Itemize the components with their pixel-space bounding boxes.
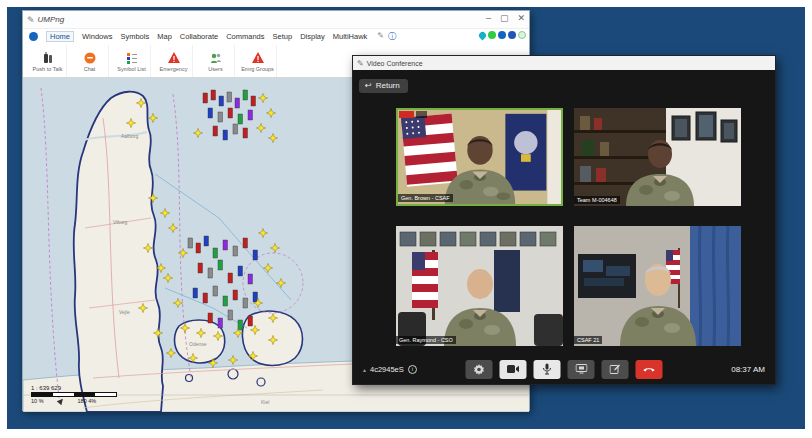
conference-clock: 08:37 AM (731, 365, 765, 374)
scale-left-label: 10 % (31, 398, 44, 404)
button-label: Emrg Groups (241, 66, 274, 72)
settings-button[interactable] (466, 360, 493, 379)
connection-status-indicators (479, 31, 526, 39)
emrg-groups-button[interactable]: Emrg Groups (239, 45, 277, 77)
chat-button[interactable]: Chat (71, 45, 109, 77)
conference-id: 4c2945eS (370, 365, 404, 374)
camera-icon (507, 364, 520, 374)
audio-indicator-icon: ▴ (363, 366, 366, 373)
air-force-flag (505, 114, 546, 191)
map-window-titlebar: ✎ UMPng (23, 11, 529, 29)
chat-icon (83, 50, 97, 65)
participant-name: Gen. Brown - CSAF (398, 194, 453, 202)
map-window-controls: – ▢ ✕ (486, 13, 525, 23)
conference-control-bar: ▴ 4c2945eS i (353, 354, 775, 384)
city-label: Aalborg (121, 133, 138, 139)
hang-up-button[interactable] (636, 360, 663, 379)
participant-name: CSAF 21 (574, 336, 602, 344)
video-tile-4[interactable]: CSAF 21 (574, 226, 741, 346)
pencil-icon: ✎ (27, 15, 35, 25)
menu-display[interactable]: Display (300, 32, 325, 41)
video-conference-window: ✎ Video Conference ↩ Return (352, 55, 776, 385)
button-label: Emergency (160, 66, 188, 72)
video-window-body: ↩ Return (353, 70, 775, 384)
participant-name: Team M-004648 (574, 196, 620, 204)
chat-notes-button[interactable] (602, 360, 629, 379)
video-window-titlebar: ✎ Video Conference (353, 56, 775, 70)
close-button[interactable]: ✕ (517, 13, 525, 23)
button-label: Chat (84, 66, 96, 72)
status-dot-blue (498, 31, 506, 39)
users-icon (209, 50, 223, 65)
menu-symbols[interactable]: Symbols (120, 32, 149, 41)
map-window-title: UMPng (38, 15, 65, 24)
participant-video (574, 108, 741, 206)
edit-pencil-icon[interactable]: ✎ (377, 31, 384, 42)
microphone-icon (543, 363, 552, 375)
maximize-button[interactable]: ▢ (500, 13, 509, 23)
menu-multihawk[interactable]: MultiHawk (333, 32, 368, 41)
display-screen (578, 254, 636, 298)
status-dot-blue2 (508, 31, 516, 39)
button-label: Push to Talk (33, 66, 63, 72)
list-icon (125, 50, 139, 65)
button-label: Symbol List (117, 66, 145, 72)
menu-commands[interactable]: Commands (226, 32, 264, 41)
city-label: Odense (189, 341, 207, 347)
city-label: Vejle (119, 309, 130, 315)
users-button[interactable]: Users (197, 45, 235, 77)
live-badge (399, 111, 414, 118)
menu-collaborate[interactable]: Collaborate (180, 32, 218, 41)
screenshot-frame: ✎ UMPng – ▢ ✕ Home Windows Symbols Map C… (0, 0, 812, 438)
scale-ratio: 1 : 639 629 (31, 385, 117, 391)
button-label: Users (208, 66, 222, 72)
screen-share-icon (575, 364, 587, 374)
menu-bar: Home Windows Symbols Map Collaborate Com… (23, 29, 529, 44)
warning-icon (251, 50, 265, 65)
screen-share-button[interactable] (568, 360, 595, 379)
chair (534, 314, 563, 346)
return-button[interactable]: ↩ Return (359, 79, 408, 93)
status-dot-pale (518, 31, 526, 39)
map-scale: 1 : 639 629 10 % 180 4% (31, 385, 117, 404)
video-tile-2[interactable]: Team M-004648 (574, 108, 741, 206)
north-arrow-icon (56, 397, 64, 405)
city-label: Viborg (113, 219, 128, 225)
microphone-button[interactable] (534, 360, 561, 379)
participant-video (398, 110, 561, 204)
return-arrow-icon: ↩ (365, 81, 372, 90)
video-window-title: Video Conference (367, 60, 423, 67)
info-icon[interactable]: i (408, 365, 417, 374)
menu-map[interactable]: Map (157, 32, 172, 41)
compose-icon (610, 364, 621, 374)
radio-icon (41, 50, 55, 65)
blue-drape (690, 226, 741, 346)
participant-video (396, 226, 563, 346)
symbol-list-button[interactable]: Symbol List (113, 45, 151, 77)
return-label: Return (376, 81, 400, 90)
app-menu-button[interactable] (29, 32, 38, 41)
gear-icon (474, 364, 485, 375)
us-flag (401, 114, 458, 187)
video-grid: Gen. Brown - CSAF (396, 108, 741, 346)
location-pin-icon (478, 30, 488, 40)
scale-right-label: 180 4% (78, 398, 97, 404)
warning-icon (167, 50, 181, 65)
menu-home[interactable]: Home (46, 31, 74, 42)
emergency-button[interactable]: Emergency (155, 45, 193, 77)
scale-bar (31, 392, 117, 397)
video-tile-1[interactable]: Gen. Brown - CSAF (396, 108, 563, 206)
participant-video (574, 226, 741, 346)
menu-setup[interactable]: Setup (273, 32, 293, 41)
minimize-button[interactable]: – (486, 13, 491, 23)
pencil-icon: ✎ (357, 59, 364, 68)
participant-name: Gen. Raymond - CSO (396, 336, 456, 344)
info-icon[interactable]: ⓘ (388, 31, 396, 42)
push-to-talk-button[interactable]: Push to Talk (29, 45, 67, 77)
video-tile-3[interactable]: Gen. Raymond - CSO (396, 226, 563, 346)
phone-hangup-icon (643, 366, 656, 372)
city-label: Kiel (261, 399, 269, 405)
camera-button[interactable] (500, 360, 527, 379)
menu-windows[interactable]: Windows (82, 32, 112, 41)
service-flag (494, 250, 520, 312)
